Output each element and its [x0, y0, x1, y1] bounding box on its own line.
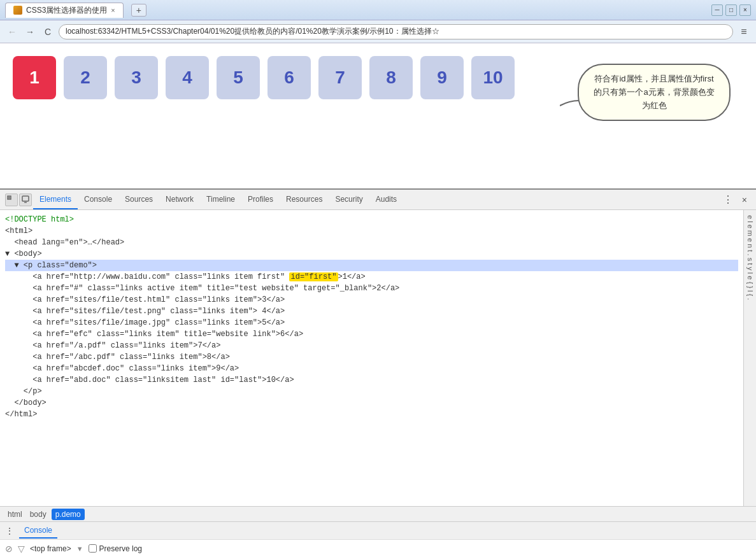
breadcrumb-item-html[interactable]: html	[5, 509, 25, 520]
devtools-tab-audits[interactable]: Audits	[369, 190, 403, 209]
devtools-tab-timeline[interactable]: Timeline	[200, 190, 241, 209]
page-box-1[interactable]: 1	[13, 56, 56, 99]
address-bar: ← → C ≡	[0, 20, 756, 43]
devtools-tab-console[interactable]: Console	[78, 190, 118, 209]
devtools-panel: ElementsConsoleSourcesNetworkTimelinePro…	[0, 188, 756, 557]
html-line[interactable]: <a href="sites/file/test.html" class="li…	[5, 294, 738, 306]
page-box-3[interactable]: 3	[115, 56, 158, 99]
html-line[interactable]: ▼ <p class="demo">	[5, 260, 738, 271]
elements-panel[interactable]: <!DOCTYPE html><html> <head lang="en">…<…	[0, 210, 743, 506]
filter-icon[interactable]: ▽	[18, 544, 25, 554]
page-box-6[interactable]: 6	[267, 56, 311, 99]
html-line[interactable]: </html>	[5, 409, 738, 420]
devtools-close-btn[interactable]: ×	[738, 195, 751, 205]
highlighted-id: id="first"	[289, 272, 338, 281]
window-controls: ─ □ ×	[711, 4, 751, 16]
devtools-more-btn[interactable]: ⋮	[719, 194, 737, 206]
html-line[interactable]: <a href="#" class="links active item" ti…	[5, 283, 738, 294]
refresh-btn[interactable]: C	[41, 25, 55, 39]
html-line[interactable]: <a href="http://www.baidu.com" class="li…	[5, 271, 738, 283]
device-mode-btn[interactable]	[19, 194, 32, 206]
frame-dropdown-icon[interactable]: ▼	[76, 545, 83, 553]
devtools-tab-resources[interactable]: Resources	[280, 190, 329, 209]
no-entry-icon[interactable]: ⊘	[5, 544, 13, 554]
preserve-log-checkbox[interactable]	[89, 544, 97, 553]
page-box-5[interactable]: 5	[217, 56, 260, 99]
html-line[interactable]: </body>	[5, 397, 738, 409]
forward-btn[interactable]: →	[23, 25, 37, 39]
console-input-bar: ⊘ ▽ <top frame> ▼ Preserve log	[0, 539, 756, 557]
page-box-9[interactable]: 9	[420, 56, 464, 99]
sidebar-text: e l e m e n t . s t y l e { } l { .	[745, 213, 755, 302]
page-box-2[interactable]: 2	[64, 56, 107, 99]
inspect-element-btn[interactable]	[5, 194, 18, 206]
new-tab-btn[interactable]: +	[131, 4, 146, 17]
tab-title: CSS3属性选择器的使用	[26, 5, 107, 16]
tab-favicon	[13, 6, 22, 15]
devtools-toolbar: ElementsConsoleSourcesNetworkTimelinePro…	[0, 190, 756, 210]
breadcrumb-item-p_demo[interactable]: p.demo	[52, 509, 85, 520]
preserve-log-label: Preserve log	[99, 544, 142, 553]
back-btn[interactable]: ←	[5, 25, 19, 39]
maximize-btn[interactable]: □	[725, 4, 737, 16]
html-line[interactable]: <html>	[5, 225, 738, 237]
devtools-tab-elements[interactable]: Elements	[33, 190, 78, 209]
breadcrumb-item-body[interactable]: body	[27, 509, 49, 520]
close-btn[interactable]: ×	[739, 4, 751, 16]
title-bar: CSS3属性选择器的使用 × + ─ □ ×	[0, 0, 756, 20]
minimize-btn[interactable]: ─	[711, 4, 723, 16]
devtools-tab-sources[interactable]: Sources	[118, 190, 159, 209]
devtools-body: <!DOCTYPE html><html> <head lang="en">…<…	[0, 210, 756, 506]
console-menu-icon[interactable]: ⋮	[5, 526, 14, 536]
page-box-10[interactable]: 10	[471, 56, 515, 99]
html-line[interactable]: <a href="/abc.pdf" class="links item">8<…	[5, 351, 738, 363]
frame-label: <top frame>	[30, 544, 71, 553]
html-line[interactable]: <a href="/a.pdf" class="links item">7</a…	[5, 340, 738, 351]
page-box-7[interactable]: 7	[318, 56, 362, 99]
right-sidebar: e l e m e n t . s t y l e { } l { .	[743, 210, 756, 506]
devtools-tab-profiles[interactable]: Profiles	[241, 190, 280, 209]
svg-rect-3	[24, 202, 27, 203]
html-line[interactable]: <a href="abcdef.doc" class="links item">…	[5, 363, 738, 374]
devtools-tab-security[interactable]: Security	[329, 190, 369, 209]
svg-rect-1	[8, 197, 10, 199]
console-tab-console[interactable]: Console	[19, 523, 57, 539]
html-line[interactable]: <a href="abd.doc" class="linksitem last"…	[5, 374, 738, 386]
html-line[interactable]: ▼ <body>	[5, 248, 738, 260]
html-line[interactable]: <head lang="en">…</head>	[5, 237, 738, 248]
html-line[interactable]: <!DOCTYPE html>	[5, 214, 738, 225]
menu-btn[interactable]: ≡	[737, 25, 751, 39]
page-box-8[interactable]: 8	[369, 56, 413, 99]
devtools-tab-network[interactable]: Network	[159, 190, 200, 209]
html-line[interactable]: <a href="sites/file/image.jpg" class="li…	[5, 317, 738, 328]
page-box-4[interactable]: 4	[166, 56, 209, 99]
address-input[interactable]	[59, 24, 733, 39]
svg-rect-2	[22, 196, 29, 201]
browser-tab[interactable]: CSS3属性选择器的使用 ×	[5, 3, 124, 18]
console-tab-bar: ⋮Console	[0, 521, 756, 539]
html-line[interactable]: <a href="efc" class="links item" title="…	[5, 328, 738, 340]
html-line[interactable]: <a href="sites/file/test.png" class="lin…	[5, 306, 738, 317]
breadcrumb-bar: htmlbodyp.demo	[0, 506, 756, 521]
html-line[interactable]: </p>	[5, 386, 738, 397]
tab-close-btn[interactable]: ×	[111, 6, 115, 14]
preserve-log-option: Preserve log	[89, 544, 142, 553]
